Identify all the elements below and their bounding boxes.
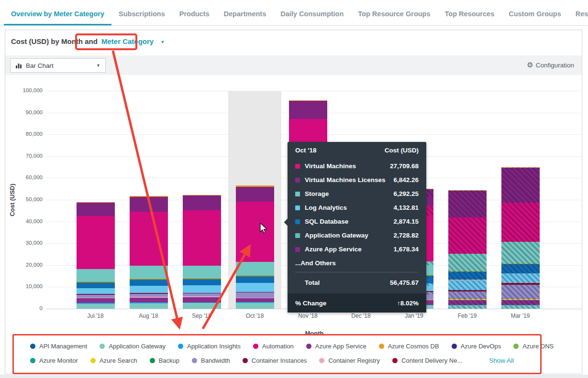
segment-other[interactable] [236,276,274,277]
legend-item-container-registry[interactable]: Container Registry [319,357,380,364]
segment-log-analytics[interactable] [501,273,540,282]
segment-application-gateway[interactable] [236,303,274,309]
configuration-button[interactable]: ⚙Configuration [527,61,574,69]
segment-virtual-machines-licenses[interactable] [183,195,221,210]
segment-azure-cosmos-db[interactable] [501,167,540,168]
segment-container-instances[interactable] [501,283,540,285]
segment-azure-search[interactable] [448,299,487,300]
tab-top-resource-groups[interactable]: Top Resource Groups [351,10,437,25]
legend-item-azure-search[interactable]: Azure Search [90,357,137,364]
segment-storage[interactable] [236,262,274,276]
segment-bandwidth[interactable] [183,293,221,296]
legend-item-bandwidth[interactable]: Bandwidth [192,357,230,364]
bar-oct-18[interactable] [236,185,274,309]
segment-bandwidth[interactable] [77,295,115,298]
legend-item-azure-monitor[interactable]: Azure Monitor [30,357,78,364]
segment-azure-app-service[interactable] [236,298,274,302]
tab-products[interactable]: Products [172,10,217,25]
segment-storage[interactable] [77,269,115,282]
segment-storage[interactable] [183,266,221,279]
segment-container-instances[interactable] [236,292,274,293]
segment-sql-database[interactable] [77,283,115,288]
tab-subscriptions[interactable]: Subscriptions [111,10,172,25]
segment-azure-app-service[interactable] [448,300,487,305]
segment-sql-database[interactable] [501,264,540,273]
segment-bandwidth[interactable] [236,292,274,297]
legend-item-backup[interactable]: Backup [150,357,179,364]
tab-top-resources[interactable]: Top Resources [438,10,502,25]
segment-application-gateway[interactable] [501,305,540,309]
legend-item-application-gateway[interactable]: Application Gateway [100,343,166,350]
segment-container-instances[interactable] [183,293,221,293]
segment-azure-app-service[interactable] [130,298,168,302]
segment-application-insights[interactable] [77,303,115,304]
segment-other[interactable] [183,279,221,280]
segment-application-insights[interactable] [448,305,487,305]
segment-virtual-machines-licenses[interactable] [77,203,115,216]
segment-storage[interactable] [501,242,540,263]
segment-virtual-machines[interactable] [236,202,274,262]
legend-item-azure-dns[interactable]: Azure DNS [513,343,554,350]
legend-item-azure-cosmos-db[interactable]: Azure Cosmos DB [379,343,439,350]
legend-item-container-instances[interactable]: Container Instances [243,357,307,364]
segment-other[interactable] [501,264,540,265]
segment-container-registry[interactable] [183,296,221,297]
segment-application-gateway[interactable] [183,303,221,309]
legend-item-application-insights[interactable]: Application Insights [178,343,241,350]
segment-virtual-machines[interactable] [183,210,221,266]
segment-other[interactable] [448,280,487,280]
tab-departments[interactable]: Departments [217,10,274,25]
segment-azure-cosmos-db[interactable] [183,195,221,195]
legend-item-api-management[interactable]: API Management [30,343,87,350]
tab-resource-list[interactable]: Resource List [568,10,588,25]
segment-application-gateway[interactable] [448,305,487,309]
legend-item-azure-app-service[interactable]: Azure App Service [306,343,366,350]
segment-application-gateway[interactable] [130,303,168,309]
legend-item-content-delivery-ne-[interactable]: Content Delivery Ne... [392,357,462,364]
bar-mar-19[interactable] [501,167,540,309]
segment-virtual-machines-licenses[interactable] [448,191,487,217]
segment-sql-database[interactable] [448,272,487,280]
segment-bandwidth[interactable] [130,294,168,297]
segment-other[interactable] [501,282,540,283]
bar-aug-18[interactable] [130,196,168,309]
segment-bandwidth[interactable] [448,292,487,299]
segment-container-registry[interactable] [130,297,168,297]
segment-azure-app-service[interactable] [183,297,221,302]
show-all-link[interactable]: Show All [489,357,514,364]
segment-virtual-machines-licenses[interactable] [501,168,540,203]
tab-overview-by-meter-category[interactable]: Overview by Meter Category [4,10,111,25]
segment-application-insights[interactable] [130,302,168,303]
segment-azure-cosmos-db[interactable] [77,202,115,203]
legend-item-azure-devops[interactable]: Azure DevOps [452,343,501,350]
segment-sql-database[interactable] [236,277,274,283]
segment-storage[interactable] [448,254,487,271]
segment-azure-search[interactable] [501,299,540,300]
segment-container-instances[interactable] [77,294,115,294]
segment-log-analytics[interactable] [130,286,168,293]
chart-type-select[interactable]: Bar Chart ▼ [10,58,106,73]
segment-azure-cosmos-db[interactable] [448,190,487,191]
segment-log-analytics[interactable] [448,281,487,290]
segment-application-gateway[interactable] [77,304,115,309]
segment-storage[interactable] [130,266,168,279]
segment-other[interactable] [77,282,115,283]
tab-daily-consumption[interactable]: Daily Consumption [273,10,351,25]
segment-log-analytics[interactable] [183,285,221,293]
segment-sql-database[interactable] [183,280,221,285]
bar-jul-18[interactable] [77,202,115,309]
legend-item-automation[interactable]: Automation [253,343,294,350]
bar-sep-18[interactable] [183,195,221,309]
segment-virtual-machines-licenses[interactable] [130,197,168,212]
segment-other[interactable] [130,279,168,280]
segment-azure-cosmos-db[interactable] [236,185,274,186]
segment-virtual-machines[interactable] [77,216,115,269]
segment-log-analytics[interactable] [77,288,115,294]
meter-category-dropdown[interactable]: Meter Category▼ [101,37,165,45]
segment-container-instances[interactable] [448,290,487,292]
segment-azure-app-service[interactable] [77,298,115,303]
segment-virtual-machines-licenses[interactable] [289,101,327,119]
segment-virtual-machines[interactable] [501,203,540,242]
segment-application-insights[interactable] [236,302,274,303]
segment-virtual-machines[interactable] [130,212,168,266]
